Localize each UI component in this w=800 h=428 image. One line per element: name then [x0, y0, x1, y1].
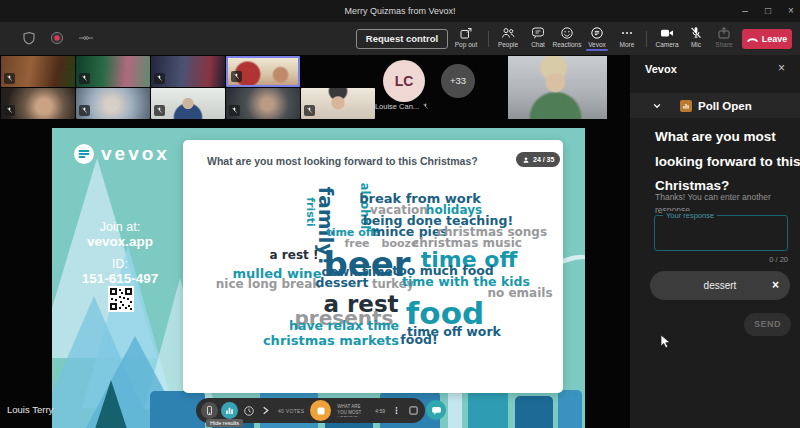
mic-muted-icon	[4, 105, 15, 116]
chevron-down-icon	[652, 101, 662, 111]
leave-button[interactable]: Leave	[742, 29, 792, 49]
chat-icon	[531, 26, 545, 40]
vevox-app-icon	[590, 26, 604, 40]
participant-video-tile[interactable]	[1, 88, 75, 119]
shared-screen-slide: vevox Join at: vevox.app ID: 151-615-497	[52, 128, 585, 428]
kebab-icon	[392, 406, 401, 415]
mic-muted-icon	[229, 105, 240, 116]
participant-video-tile[interactable]	[151, 88, 225, 119]
active-tab-underline	[586, 49, 608, 51]
panel-title: Vevox	[645, 63, 677, 75]
call-health-icon[interactable]	[78, 31, 94, 45]
poll-results-card: What are you most looking forward to thi…	[183, 140, 563, 393]
title-bar: Merry Quizmas from Vevox! – □ ×	[0, 0, 800, 22]
poll-status-label: Poll Open	[698, 100, 752, 112]
mic-muted-icon	[154, 73, 165, 84]
wordcloud-word: nice long break	[216, 278, 320, 290]
timer-button[interactable]	[241, 403, 256, 418]
pop-out-icon	[459, 26, 473, 40]
wordcloud-word: have relax time	[289, 320, 399, 333]
hang-up-icon	[747, 35, 758, 43]
word-cloud: fristifamily!alcoholbreak from workvacat…	[183, 140, 563, 393]
mic-muted-icon	[422, 103, 429, 110]
active-speaker-video-tile[interactable]	[226, 56, 300, 87]
wordcloud-word: food!	[400, 334, 437, 347]
mobile-view-button[interactable]	[201, 402, 218, 419]
response-input-label: Your response	[663, 211, 717, 220]
participant-video-tile[interactable]	[151, 56, 225, 87]
countdown-timer: 4:59	[375, 408, 385, 414]
toolbar-more-button[interactable]: More	[609, 26, 645, 53]
join-url: vevox.app	[58, 234, 182, 249]
hide-results-button[interactable]	[221, 402, 238, 419]
results-chart-icon	[224, 405, 235, 416]
gift-box-art	[558, 390, 582, 428]
stop-icon	[317, 407, 325, 415]
more-icon	[620, 26, 634, 40]
mic-muted-icon	[79, 105, 90, 116]
session-id-value: 151-615-497	[58, 271, 182, 286]
toolbar-popout-button[interactable]: Pop out	[448, 26, 484, 53]
wordcloud-word: christmas markets	[263, 334, 399, 347]
close-window-button[interactable]: ×	[780, 0, 800, 22]
chat-bubble-icon	[431, 405, 442, 416]
gift-box-art	[515, 396, 553, 428]
vevox-logo-icon	[73, 143, 95, 165]
participant-video-tile[interactable]	[76, 88, 150, 119]
fullscreen-button[interactable]	[406, 404, 420, 418]
participant-video-tile[interactable]	[508, 56, 607, 119]
mic-muted-icon	[304, 105, 315, 116]
mic-muted-icon	[154, 105, 165, 116]
teams-meeting-window: Merry Quizmas from Vevox! – □ × Request …	[0, 0, 800, 428]
next-button[interactable]	[259, 404, 272, 417]
meeting-title: Merry Quizmas from Vevox!	[0, 0, 800, 22]
votes-count: 40 VOTES	[278, 408, 304, 414]
session-id-label: ID:	[58, 257, 182, 271]
response-input[interactable]	[659, 220, 783, 246]
vevox-chat-button[interactable]	[426, 400, 446, 420]
char-counter: 0 / 20	[654, 255, 788, 264]
response-input-wrapper: Your response	[654, 215, 788, 251]
presenter-name-label: Louis Terry	[7, 404, 53, 415]
wordcloud-word: a rest !	[270, 249, 319, 261]
toolbar-share-button[interactable]: Share	[706, 26, 742, 53]
more-options-button[interactable]	[390, 404, 403, 417]
participant-video-tile[interactable]	[301, 88, 375, 119]
poll-open-section-header[interactable]: Poll Open	[630, 93, 800, 118]
mic-muted-icon	[4, 73, 15, 84]
shield-icon	[22, 31, 36, 45]
running-poll-title: WHAT ARE YOU MOST LOOKING FORWARD T...	[337, 404, 370, 417]
clock-icon	[243, 405, 255, 417]
mouse-cursor	[660, 334, 671, 349]
send-button[interactable]: SEND	[744, 313, 791, 336]
participant-video-tile[interactable]	[76, 56, 150, 87]
submitted-response-chip: dessert ×	[650, 271, 790, 300]
poll-icon	[680, 100, 692, 112]
stop-poll-button[interactable]	[310, 400, 331, 421]
vevox-logo-text: vevox	[101, 143, 170, 165]
chevron-right-icon	[261, 406, 270, 415]
share-icon	[717, 26, 731, 40]
people-icon	[501, 26, 515, 40]
participant-video-tile[interactable]	[226, 88, 300, 119]
gift-box-art	[468, 390, 508, 428]
more-participants-badge[interactable]: +33	[441, 64, 475, 98]
wordcloud-word: dessert	[316, 277, 369, 290]
join-label: Join at:	[58, 220, 182, 234]
request-control-button[interactable]: Request control	[356, 29, 448, 49]
mic-muted-icon	[231, 71, 242, 82]
remove-response-icon[interactable]: ×	[772, 271, 779, 300]
wordcloud-word: no emails	[487, 287, 552, 299]
participant-name-label: Louise Can...	[369, 102, 435, 111]
vevox-side-panel: Vevox × Poll Open What are you most look…	[630, 55, 800, 428]
close-panel-button[interactable]: ×	[778, 61, 785, 75]
participant-avatar[interactable]: LC	[383, 60, 425, 102]
toolbar-divider	[646, 31, 647, 47]
submitted-response-text: dessert	[650, 271, 790, 300]
participant-video-tile[interactable]	[1, 56, 75, 87]
meeting-toolbar: Request control Pop out People Chat Reac…	[0, 22, 800, 55]
recording-indicators	[22, 27, 94, 49]
minimize-button[interactable]: –	[734, 0, 756, 22]
toolbar-divider	[488, 31, 489, 47]
maximize-button[interactable]: □	[757, 0, 779, 22]
